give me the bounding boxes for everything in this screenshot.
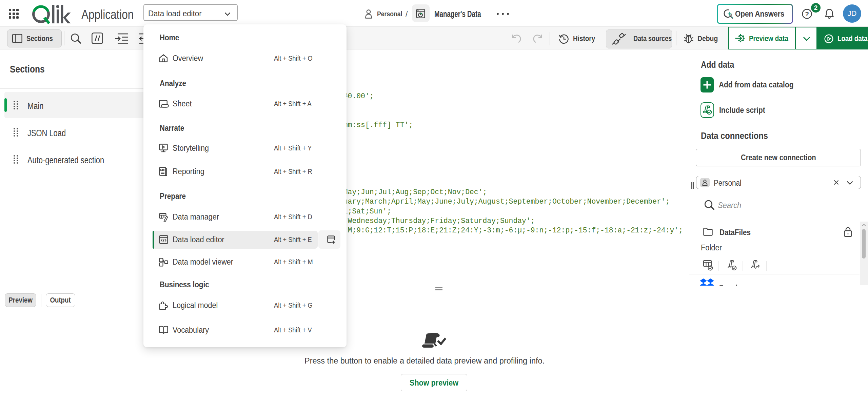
svg-text:?: ?: [805, 11, 809, 18]
